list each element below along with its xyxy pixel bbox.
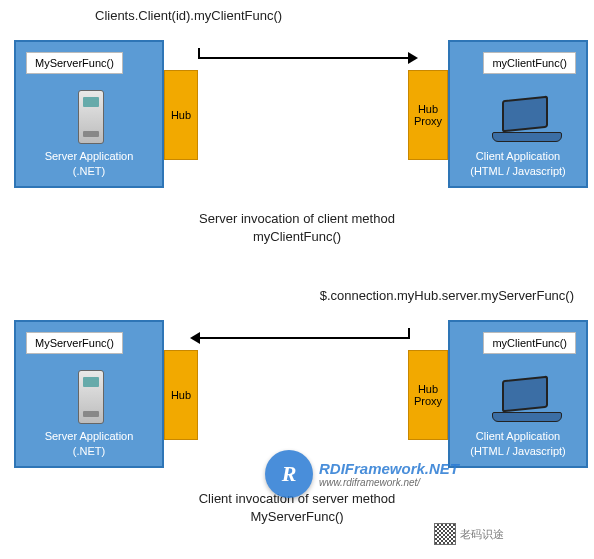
watermark-badge-icon: R [265,450,313,498]
server-func-tag-top: MyServerFunc() [26,52,123,74]
client-caption-top: Client Application (HTML / Javascript) [450,149,586,178]
arrow-line-top [198,57,410,59]
watermark-title: RDIFramework.NET [319,460,459,477]
watermark-subtitle: www.rdiframework.net/ [319,477,459,488]
top-invocation-code: Clients.Client(id).myClientFunc() [95,8,282,23]
arrow-tail-bottom [408,328,410,339]
watermark-logo: R RDIFramework.NET www.rdiframework.net/ [265,450,459,498]
server-tower-icon [71,90,111,148]
client-caption-b-line1: Client Application [476,430,560,442]
arrow-line-bottom [198,337,410,339]
hubproxy-block-top: Hub Proxy [408,70,448,160]
server-caption-line1: Server Application [45,150,134,162]
server-tower-icon [71,370,111,428]
server-func-tag-bottom: MyServerFunc() [26,332,123,354]
qr-label: 老码识途 [460,527,504,542]
hubproxy-block-bottom: Hub Proxy [408,350,448,440]
server-caption-top: Server Application (.NET) [16,149,162,178]
client-app-panel-bottom: myClientFunc() Client Application (HTML … [448,320,588,468]
bottom-invocation-code: $.connection.myHub.server.myServerFunc() [320,288,574,303]
client-caption-line2: (HTML / Javascript) [470,165,566,177]
top-desc-line2: myClientFunc() [253,229,341,244]
qr-stamp: 老码识途 [434,523,504,545]
client-caption-b-line2: (HTML / Javascript) [470,445,566,457]
client-caption-bottom: Client Application (HTML / Javascript) [450,429,586,458]
client-app-panel-top: myClientFunc() Client Application (HTML … [448,40,588,188]
client-func-tag-bottom: myClientFunc() [483,332,576,354]
server-caption-b-line1: Server Application [45,430,134,442]
watermark-text: RDIFramework.NET www.rdiframework.net/ [319,460,459,488]
hub-block-bottom: Hub [164,350,198,440]
hub-block-top: Hub [164,70,198,160]
laptop-icon [492,378,562,426]
laptop-icon [492,98,562,146]
server-app-panel-bottom: MyServerFunc() Server Application (.NET) [14,320,164,468]
server-app-panel-top: MyServerFunc() Server Application (.NET) [14,40,164,188]
arrow-head-right-top [408,52,418,64]
server-caption-b-line2: (.NET) [73,445,105,457]
bottom-desc-line2: MyServerFunc() [250,509,343,524]
client-caption-line1: Client Application [476,150,560,162]
qr-code-icon [434,523,456,545]
server-caption-line2: (.NET) [73,165,105,177]
arrow-head-left-bottom [190,332,200,344]
top-desc-line1: Server invocation of client method [199,211,395,226]
server-caption-bottom: Server Application (.NET) [16,429,162,458]
client-func-tag-top: myClientFunc() [483,52,576,74]
top-description: Server invocation of client method myCli… [0,210,594,246]
arrow-tail-top [198,48,200,59]
